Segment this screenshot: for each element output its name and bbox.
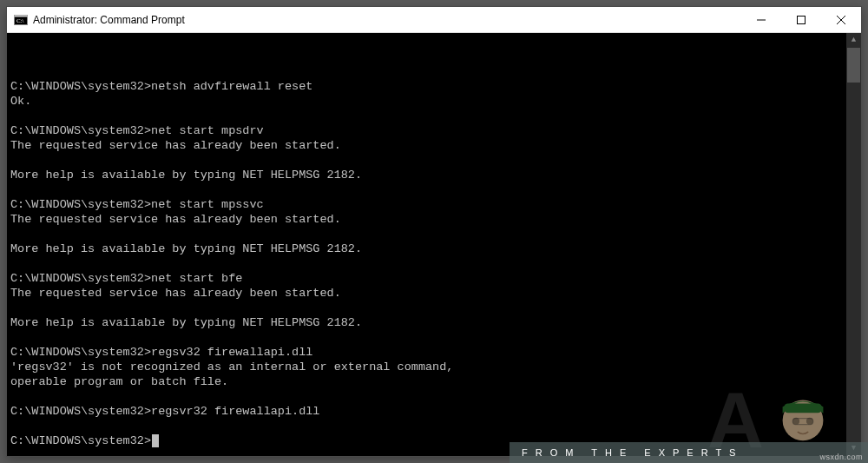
minimize-button[interactable] — [741, 7, 781, 32]
scroll-up-arrow[interactable]: ▲ — [846, 33, 861, 48]
cmd-icon: C:\ — [14, 13, 28, 27]
scroll-down-arrow[interactable]: ▼ — [846, 441, 861, 456]
current-prompt[interactable]: C:\WINDOWS\system32> — [10, 434, 151, 447]
app-window: C:\ Administrator: Command Prompt C:\WIN… — [6, 6, 862, 457]
scrollbar[interactable]: ▲ ▼ — [846, 33, 861, 456]
window-controls — [741, 7, 861, 32]
svg-text:C:\: C:\ — [16, 17, 24, 24]
svg-rect-3 — [798, 16, 806, 23]
titlebar[interactable]: C:\ Administrator: Command Prompt — [7, 7, 861, 33]
scrollbar-thumb[interactable] — [847, 48, 860, 83]
maximize-button[interactable] — [781, 7, 821, 32]
cursor — [152, 434, 159, 447]
window-title: Administrator: Command Prompt — [33, 14, 741, 26]
terminal-area[interactable]: C:\WINDOWS\system32>netsh advfirewall re… — [7, 33, 861, 456]
terminal-output: C:\WINDOWS\system32>netsh advfirewall re… — [10, 64, 858, 448]
close-button[interactable] — [821, 7, 861, 32]
